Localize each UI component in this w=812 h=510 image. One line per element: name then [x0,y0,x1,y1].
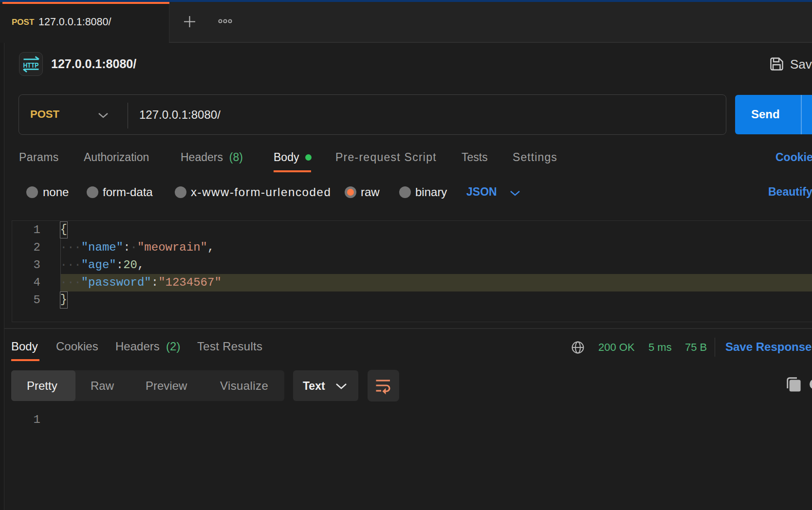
svg-text:HTTP: HTTP [23,61,39,69]
